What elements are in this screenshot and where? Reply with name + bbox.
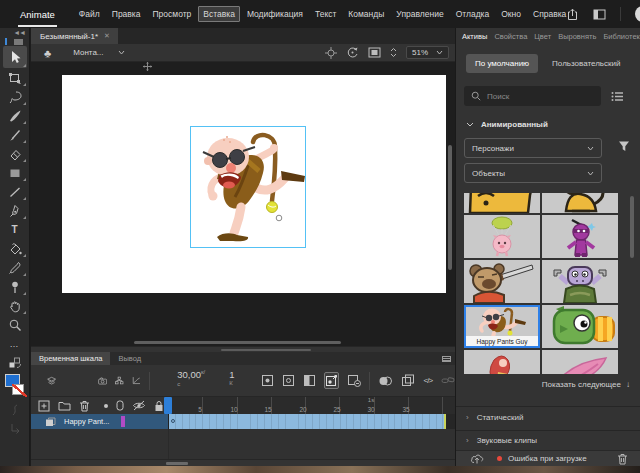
menu-item[interactable]: Текст [315,9,336,19]
section-animated[interactable]: Анимированный [466,120,548,129]
tab-color[interactable]: Цвет [534,32,551,41]
playhead[interactable] [164,397,172,414]
eyedropper-tool[interactable] [3,258,27,277]
canvas-vertical-scrollbar[interactable] [448,145,452,270]
menu-item[interactable]: Модификация [247,9,303,19]
insert-frame-icon[interactable] [303,372,316,389]
menu-item-active[interactable]: Вставка [198,6,240,22]
layers-icon[interactable] [47,374,56,388]
stroke-color-swatch[interactable] [12,384,24,395]
lock-column-icon[interactable] [154,400,164,412]
menu-item[interactable]: Управление [396,9,443,19]
search-box[interactable] [464,86,601,106]
characters-dropdown[interactable]: Персонажи [464,138,602,158]
app-title[interactable]: Animate [18,2,57,27]
filter-icon[interactable] [618,140,630,152]
panel-menu-icon[interactable] [442,356,451,362]
stage[interactable] [62,75,446,293]
timeline-empty-area[interactable] [31,429,455,459]
fill-stroke-swatches[interactable] [3,374,27,400]
close-tab-icon[interactable]: ✕ [104,32,110,40]
menu-item[interactable]: Окно [501,9,521,19]
code-icon[interactable]: </> [423,372,433,389]
tab-timeline[interactable]: Временная шкала [31,352,110,365]
current-frame[interactable]: 1 К [229,369,236,391]
onion-skin-icon[interactable] [378,372,393,389]
menu-item[interactable]: Отладка [456,9,490,19]
section-sounds[interactable]: › Звуковые клипы [456,430,640,450]
document-tab[interactable]: Безымянный-1* ✕ [31,28,118,44]
asset-thumb-girl-red-hair[interactable] [464,350,540,374]
trash-icon[interactable] [617,453,628,465]
asset-thumb-pink-shape[interactable] [542,350,618,374]
scene-icon[interactable]: ♣ [44,47,51,59]
selection-tool[interactable] [3,46,27,68]
pen-tool[interactable] [3,201,27,220]
highlight-column-icon[interactable] [104,404,108,408]
remove-frames-icon[interactable] [347,372,361,389]
toolbar-drag-handle[interactable] [14,39,23,45]
tab-library[interactable]: Библиотека [603,32,640,41]
tab-output[interactable]: Вывод [110,352,149,365]
visibility-column-icon[interactable] [132,400,146,411]
fluid-brush-tool[interactable] [3,106,27,125]
zoom-stepper[interactable] [390,48,397,57]
asset-grid-scrollbar[interactable] [630,196,634,258]
menu-item[interactable]: Справка [533,9,566,19]
auto-keyframe-icon[interactable] [324,372,339,389]
frame-rate[interactable]: 30,00к/с [177,369,205,391]
preset-custom-tab[interactable]: Пользовательский [552,59,620,68]
show-next-link[interactable]: Показать следующее ↓ [542,380,630,389]
frame-span[interactable] [169,414,446,429]
clip-content-icon[interactable] [368,47,381,58]
more-tools-icon[interactable]: … [3,334,27,353]
asset-thumb-pig-parachute[interactable] [464,215,540,258]
lasso-tool[interactable] [3,87,27,106]
share-icon[interactable] [566,8,579,21]
canvas-horizontal-scrollbar[interactable] [134,341,341,344]
hand-tool[interactable] [3,296,27,315]
asset-thumb-hippo-guns[interactable] [542,260,618,303]
layer-track[interactable] [168,414,455,429]
cloud-sync-icon[interactable] [470,453,484,464]
asset-warp-tool[interactable] [3,277,27,296]
happy-pants-guy-character[interactable] [191,127,307,249]
parenting-view-icon[interactable] [115,374,124,387]
preset-default-tab[interactable]: По умолчанию [466,54,538,73]
camera-icon[interactable] [98,375,107,387]
zoom-level-select[interactable]: 51% [406,46,449,59]
text-tool[interactable]: T [3,220,27,239]
paint-bucket-tool[interactable] [3,239,27,258]
insert-keyframe-icon[interactable] [261,372,274,389]
asset-thumb-ninja[interactable] [542,215,618,258]
test-movie-icon[interactable] [635,6,640,22]
asset-thumb-happy-pants-guy[interactable]: Happy Pants Guy [464,305,540,348]
collapse-panel-icon[interactable]: ◄◄ [13,29,25,36]
add-layer-icon[interactable] [38,400,50,412]
tab-properties[interactable]: Свойства [494,32,527,41]
graph-editor-icon[interactable] [132,374,141,387]
insert-blank-keyframe-icon[interactable] [282,372,295,389]
layer-row[interactable]: Happy Pant... [31,414,455,429]
add-folder-icon[interactable] [58,400,71,411]
menu-item[interactable]: Правка [112,9,141,19]
workspace-icon[interactable] [593,9,606,20]
canvas[interactable] [31,62,455,346]
asset-thumb-dog-small[interactable] [542,193,618,213]
frame-ruler[interactable]: 5 10 15 20 25 30 35 1s [168,397,455,414]
keyframe-dot[interactable] [171,419,175,423]
tab-align[interactable]: Выровнять [558,32,596,41]
zoom-tool[interactable] [3,315,27,334]
center-stage-icon[interactable] [325,47,337,59]
menu-item[interactable]: Просмотр [152,9,191,19]
menu-item[interactable]: Команды [348,9,384,19]
delete-layer-icon[interactable] [79,400,90,412]
classic-brush-tool[interactable] [3,125,27,144]
tab-assets[interactable]: Активы [462,32,487,41]
asset-thumb-koala-sword[interactable] [464,260,540,303]
asset-thumb-dog-big[interactable] [464,193,540,213]
free-transform-tool[interactable] [3,68,27,87]
swap-colors-icon[interactable] [3,353,27,372]
scene-selector[interactable]: Монта... [73,48,124,57]
asset-thumb-dragon[interactable] [542,305,618,348]
